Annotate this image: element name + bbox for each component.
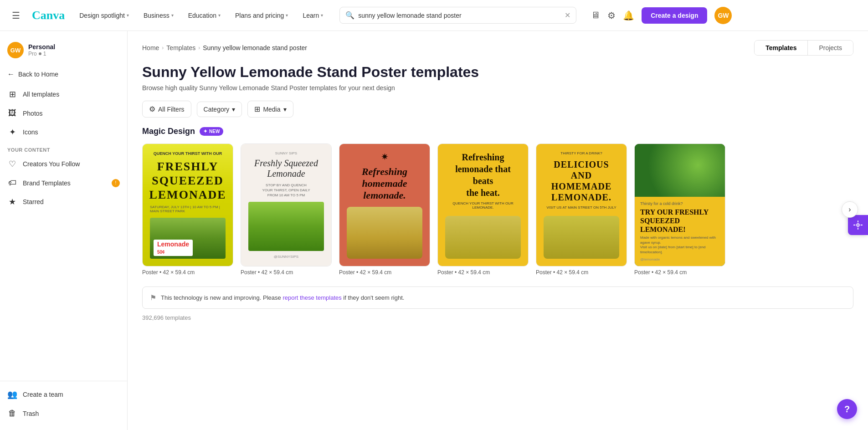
page-subtitle: Browse high quality Sunny Yellow Lemonad…	[142, 84, 853, 92]
template-label: Poster • 42 × 59.4 cm	[437, 269, 529, 276]
report-templates-link[interactable]: report these templates	[282, 294, 341, 301]
nav-design-spotlight[interactable]: Design spotlight ▾	[74, 8, 134, 23]
avatar[interactable]: GW	[714, 7, 732, 24]
search-icon: 🔍	[345, 11, 354, 20]
template-thumbnail: ✷ Refreshinghomemadelemonade.	[339, 143, 430, 266]
tab-projects[interactable]: Projects	[808, 41, 853, 55]
media-filter-button[interactable]: ⊞ Media ▾	[247, 101, 293, 118]
sidebar-item-photos[interactable]: 🖼 Photos	[0, 104, 127, 123]
search-bar: 🔍 ✕	[339, 7, 576, 24]
icons-icon: ✦	[7, 127, 17, 137]
nav-plans-pricing[interactable]: Plans and pricing ▾	[230, 8, 293, 23]
sidebar-item-trash[interactable]: 🗑 Trash	[0, 404, 127, 423]
template-card[interactable]: ✷ Refreshinghomemadelemonade. Poster • 4…	[339, 143, 430, 276]
template-label: Poster • 42 × 59.4 cm	[142, 269, 233, 276]
template-thumbnail: THIRSTY FOR A DRINK? DELICIOUS ANDHOMEMA…	[536, 143, 627, 266]
template-label: Poster • 42 × 59.4 cm	[241, 269, 332, 276]
sidebar-item-brand-templates[interactable]: 🏷 Brand Templates !	[0, 174, 127, 192]
template-thumbnail: SUNNY SIPS Freshly SqueezedLemonade STOP…	[241, 143, 332, 266]
your-content-label: Your Content	[0, 142, 127, 154]
nav-education[interactable]: Education ▾	[183, 8, 226, 23]
tab-templates[interactable]: Templates	[755, 41, 808, 55]
star-icon: ✦	[203, 128, 207, 134]
template-thumbnail: Refreshinglemonade that beatsthe heat. Q…	[437, 143, 529, 266]
ai-icon	[853, 220, 863, 230]
sidebar-item-create-team[interactable]: 👥 Create a team	[0, 385, 127, 404]
media-icon: ⊞	[254, 105, 260, 113]
page-layout: GW Personal Pro 1 ← Back to Home ⊞ All t…	[0, 31, 868, 430]
breadcrumb-current: Sunny yellow lemonade stand poster	[203, 44, 307, 51]
sidebar-item-icons[interactable]: ✦ Icons	[0, 123, 127, 142]
sidebar-user-plan: Pro 1	[28, 51, 55, 57]
team-icon: 👥	[7, 389, 17, 399]
template-label: Poster • 42 × 59.4 cm	[634, 269, 725, 276]
trash-icon: 🗑	[7, 409, 17, 418]
notice-text2: if they don't seem right.	[343, 294, 404, 301]
nav-learn[interactable]: Learn ▾	[297, 8, 329, 23]
star-icon: ★	[7, 197, 17, 207]
back-to-home-button[interactable]: ← Back to Home	[0, 66, 127, 83]
flag-icon: ⚑	[150, 293, 156, 302]
chevron-down-icon: ▾	[218, 13, 221, 18]
templates-scroll-container: QUENCH YOUR THIRST WITH OUR FRESHLYSQUEE…	[142, 143, 853, 276]
chevron-down-icon: ▾	[127, 13, 129, 18]
dot-separator	[39, 52, 41, 55]
breadcrumb-sep-1: ›	[162, 45, 164, 51]
search-input[interactable]	[358, 12, 561, 19]
template-card[interactable]: THIRSTY FOR A DRINK? DELICIOUS ANDHOMEMA…	[536, 143, 627, 276]
template-card[interactable]: QUENCH YOUR THIRST WITH OUR FRESHLYSQUEE…	[142, 143, 233, 276]
new-badge: ✦ NEW	[200, 127, 223, 136]
chevron-down-icon: ▾	[283, 106, 287, 113]
magic-design-section: Magic Design ✦ NEW QUENCH YOUR THIRST WI…	[128, 127, 868, 287]
template-thumbnail: Thirsty for a cold drink? TRY OUR FRESHL…	[634, 143, 725, 266]
grid-icon: ⊞	[7, 89, 17, 99]
template-card[interactable]: Thirsty for a cold drink? TRY OUR FRESHL…	[634, 143, 725, 276]
logo-text: Canva	[32, 9, 65, 22]
notice-bar: ⚑ This technology is new and improving. …	[142, 287, 853, 309]
help-button[interactable]: ?	[837, 399, 857, 419]
template-thumbnail: QUENCH YOUR THIRST WITH OUR FRESHLYSQUEE…	[142, 143, 233, 266]
bell-icon[interactable]: 🔔	[623, 10, 634, 21]
template-card[interactable]: Refreshinglemonade that beatsthe heat. Q…	[437, 143, 529, 276]
breadcrumb-home[interactable]: Home	[142, 44, 159, 51]
arrow-left-icon: ←	[7, 70, 15, 78]
page-title: Sunny Yellow Lemonade Stand Poster templ…	[142, 64, 853, 81]
follow-icon: ♡	[7, 159, 17, 169]
templates-count: 392,696 templates	[128, 309, 868, 327]
sidebar-username: Personal	[28, 43, 55, 51]
sidebar-item-all-templates[interactable]: ⊞ All templates	[0, 85, 127, 104]
settings-icon[interactable]: ⚙	[607, 10, 616, 21]
breadcrumb-templates[interactable]: Templates	[166, 44, 195, 51]
sidebar-item-starred[interactable]: ★ Starred	[0, 192, 127, 211]
sidebar-user-info[interactable]: GW Personal Pro 1	[0, 38, 127, 66]
template-label: Poster • 42 × 59.4 cm	[536, 269, 627, 276]
brand-icon: 🏷	[7, 178, 17, 188]
breadcrumb-sep-2: ›	[198, 45, 200, 51]
templates-grid: QUENCH YOUR THIRST WITH OUR FRESHLYSQUEE…	[142, 143, 853, 276]
category-filter-button[interactable]: Category ▾	[197, 102, 242, 117]
nav-icons: 🖥 ⚙ 🔔	[591, 10, 634, 21]
template-card[interactable]: SUNNY SIPS Freshly SqueezedLemonade STOP…	[241, 143, 332, 276]
nav-business[interactable]: Business ▾	[138, 8, 179, 23]
chevron-down-icon: ▾	[286, 13, 288, 18]
scroll-right-button[interactable]: ›	[842, 201, 858, 218]
canva-logo[interactable]: Canva	[32, 9, 65, 22]
ai-assistant-button[interactable]	[848, 215, 868, 235]
sidebar-item-creators-you-follow[interactable]: ♡ Creators You Follow	[0, 154, 127, 174]
search-clear-icon[interactable]: ✕	[565, 11, 570, 20]
hamburger-menu[interactable]: ☰	[9, 7, 23, 24]
sidebar-bottom: 👥 Create a team 🗑 Trash	[0, 381, 127, 423]
filters-bar: ⚙ All Filters Category ▾ ⊞ Media ▾	[128, 101, 868, 127]
top-navigation: ☰ Canva Design spotlight ▾ Business ▾ Ed…	[0, 0, 868, 31]
section-title: Magic Design	[142, 127, 195, 136]
monitor-icon[interactable]: 🖥	[591, 10, 600, 20]
create-design-button[interactable]: Create a design	[642, 7, 707, 24]
svg-point-0	[857, 224, 859, 226]
sidebar-spacer	[0, 211, 127, 381]
notice-text: This technology is new and improving. Pl…	[161, 294, 282, 301]
all-filters-button[interactable]: ⚙ All Filters	[142, 101, 191, 118]
view-tabs: Templates Projects	[754, 40, 853, 56]
filter-icon: ⚙	[149, 105, 155, 113]
chevron-down-icon: ▾	[232, 106, 235, 113]
chevron-down-icon: ▾	[321, 13, 323, 18]
